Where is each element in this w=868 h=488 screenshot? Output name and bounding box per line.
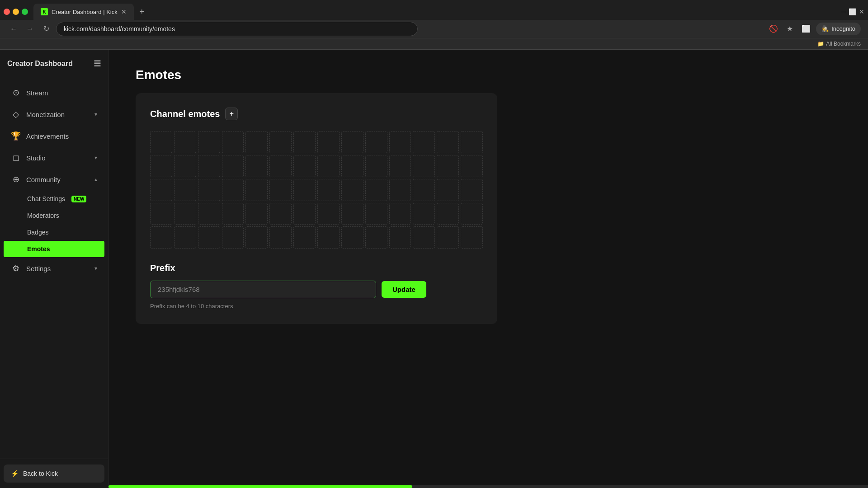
- emote-slot[interactable]: [437, 131, 459, 153]
- emote-slot[interactable]: [461, 226, 483, 249]
- bookmark-icon[interactable]: ★: [783, 23, 796, 35]
- emote-slot[interactable]: [150, 226, 172, 249]
- emote-slot[interactable]: [413, 226, 435, 249]
- emote-slot[interactable]: [174, 226, 196, 249]
- emote-slot[interactable]: [269, 226, 292, 249]
- window-control-close[interactable]: ✕: [859, 8, 864, 15]
- add-emote-button[interactable]: +: [225, 108, 238, 120]
- back-to-kick-button[interactable]: ⚡ Back to Kick: [4, 465, 104, 483]
- sidebar-item-monetization[interactable]: ◇ Monetization ▾: [4, 104, 104, 125]
- window-minimize-btn[interactable]: [13, 9, 19, 15]
- sidebar-item-chat-settings[interactable]: Chat Settings NEW: [4, 191, 104, 207]
- horizontal-scrollbar[interactable]: [108, 485, 868, 488]
- emote-slot[interactable]: [174, 203, 196, 225]
- emote-slot[interactable]: [461, 179, 483, 201]
- emote-slot[interactable]: [437, 226, 459, 249]
- emote-slot[interactable]: [389, 203, 411, 225]
- emote-slot[interactable]: [341, 155, 363, 177]
- emote-slot[interactable]: [245, 179, 268, 201]
- sidebar-item-emotes[interactable]: Emotes: [4, 241, 104, 257]
- emote-slot[interactable]: [341, 226, 363, 249]
- sidebar-item-stream[interactable]: ⊙ Stream: [4, 82, 104, 103]
- emote-slot[interactable]: [413, 131, 435, 153]
- emote-slot[interactable]: [365, 155, 387, 177]
- emote-slot[interactable]: [341, 203, 363, 225]
- emote-slot[interactable]: [222, 179, 244, 201]
- emote-slot[interactable]: [437, 179, 459, 201]
- emote-slot[interactable]: [389, 155, 411, 177]
- nav-refresh-button[interactable]: ↻: [40, 23, 52, 35]
- emote-slot[interactable]: [317, 203, 340, 225]
- emote-slot[interactable]: [150, 179, 172, 201]
- address-bar[interactable]: kick.com/dashboard/community/emotes: [56, 22, 418, 36]
- sidebar-item-settings[interactable]: ⚙ Settings ▾: [4, 258, 104, 279]
- emote-slot[interactable]: [245, 203, 268, 225]
- emote-slot[interactable]: [437, 203, 459, 225]
- sidebar-menu-icon[interactable]: ☰: [94, 59, 101, 69]
- sidebar-item-achievements[interactable]: 🏆 Achievements: [4, 126, 104, 146]
- browser-tab[interactable]: K Creator Dashboard | Kick ✕: [33, 4, 134, 20]
- emote-slot[interactable]: [293, 131, 316, 153]
- sidebar-item-moderators[interactable]: Moderators: [4, 207, 104, 224]
- emote-slot[interactable]: [222, 226, 244, 249]
- emote-slot[interactable]: [461, 131, 483, 153]
- emote-slot[interactable]: [198, 226, 220, 249]
- emote-slot[interactable]: [174, 155, 196, 177]
- sidebar-item-community[interactable]: ⊕ Community ▴: [4, 169, 104, 190]
- emote-slot[interactable]: [389, 179, 411, 201]
- emote-slot[interactable]: [174, 131, 196, 153]
- emote-slot[interactable]: [222, 155, 244, 177]
- emote-slot[interactable]: [293, 203, 316, 225]
- window-close-btn[interactable]: [4, 9, 10, 15]
- emote-slot[interactable]: [461, 155, 483, 177]
- emote-slot[interactable]: [222, 203, 244, 225]
- sidebar-item-badges[interactable]: Badges: [4, 224, 104, 240]
- camera-off-icon[interactable]: 🚫: [767, 23, 780, 35]
- incognito-button[interactable]: 🕵 Incognito: [816, 23, 861, 35]
- tab-close-icon[interactable]: ✕: [121, 8, 127, 15]
- emote-slot[interactable]: [245, 226, 268, 249]
- emote-slot[interactable]: [293, 179, 316, 201]
- device-icon[interactable]: ⬜: [800, 23, 812, 35]
- emote-slot[interactable]: [269, 155, 292, 177]
- emote-slot[interactable]: [389, 226, 411, 249]
- emote-slot[interactable]: [245, 155, 268, 177]
- nav-back-button[interactable]: ←: [7, 23, 20, 35]
- emote-slot[interactable]: [293, 155, 316, 177]
- emote-slot[interactable]: [413, 203, 435, 225]
- emote-slot[interactable]: [341, 179, 363, 201]
- emote-slot[interactable]: [150, 155, 172, 177]
- emote-slot[interactable]: [269, 131, 292, 153]
- update-button[interactable]: Update: [382, 281, 426, 298]
- nav-forward-button[interactable]: →: [24, 23, 36, 35]
- emote-slot[interactable]: [174, 179, 196, 201]
- new-tab-button[interactable]: +: [136, 5, 148, 18]
- emote-slot[interactable]: [341, 131, 363, 153]
- emote-slot[interactable]: [317, 226, 340, 249]
- emote-slot[interactable]: [198, 203, 220, 225]
- emote-slot[interactable]: [198, 155, 220, 177]
- emote-slot[interactable]: [365, 131, 387, 153]
- emote-slot[interactable]: [365, 179, 387, 201]
- window-maximize-btn[interactable]: [22, 9, 28, 15]
- emote-slot[interactable]: [245, 131, 268, 153]
- emote-slot[interactable]: [461, 203, 483, 225]
- emote-slot[interactable]: [317, 179, 340, 201]
- sidebar-item-studio[interactable]: ◻ Studio ▾: [4, 147, 104, 168]
- emote-slot[interactable]: [293, 226, 316, 249]
- emote-slot[interactable]: [317, 131, 340, 153]
- emote-slot[interactable]: [150, 131, 172, 153]
- emote-slot[interactable]: [150, 203, 172, 225]
- emote-slot[interactable]: [365, 226, 387, 249]
- emote-slot[interactable]: [317, 155, 340, 177]
- emote-slot[interactable]: [198, 179, 220, 201]
- emote-slot[interactable]: [365, 203, 387, 225]
- emote-slot[interactable]: [198, 131, 220, 153]
- emote-slot[interactable]: [389, 131, 411, 153]
- scrollbar-thumb[interactable]: [108, 485, 412, 488]
- emote-slot[interactable]: [413, 179, 435, 201]
- emote-slot[interactable]: [269, 179, 292, 201]
- window-control-restore[interactable]: ⬜: [849, 8, 856, 15]
- prefix-input[interactable]: [150, 281, 376, 298]
- emote-slot[interactable]: [413, 155, 435, 177]
